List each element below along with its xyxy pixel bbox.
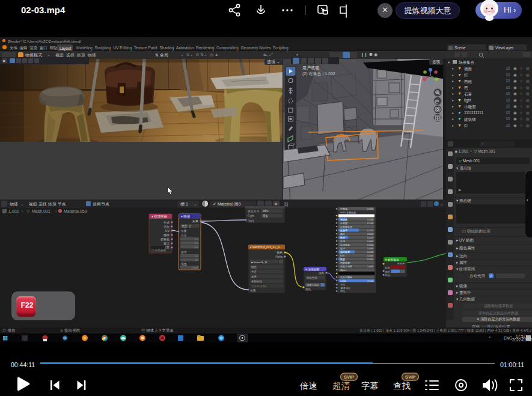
svg-text:▾ SWHHXM_Pint_V1_N...: ▾ SWHHXM_Pint_V1_N... xyxy=(250,246,282,249)
svg-text:0.0: 0.0 xyxy=(194,242,198,245)
svg-text:⌄: ⌄ xyxy=(20,202,24,206)
svg-text:▾ 材质输出: ▾ 材质输出 xyxy=(385,258,399,262)
svg-text:1.000: 1.000 xyxy=(367,279,374,282)
svg-text:生成: 生成 xyxy=(164,221,170,224)
svg-text:矢量: 矢量 xyxy=(250,289,256,292)
svg-text:▾ 纹理坐标: ▾ 纹理坐标 xyxy=(151,215,168,219)
svg-text:1.450: 1.450 xyxy=(367,254,374,257)
svg-text:法向: 法向 xyxy=(248,219,254,222)
svg-text:物体: 物体 xyxy=(164,233,170,237)
svg-text:光泽染色: 光泽染色 xyxy=(340,243,350,246)
svg-text:法向: 法向 xyxy=(340,283,345,286)
svg-text:Mesh.001: Mesh.001 xyxy=(32,209,50,213)
svg-text:(2) 对集合 | 1.002: (2) 对集合 | 1.002 xyxy=(302,72,335,76)
svg-text:0.500: 0.500 xyxy=(367,233,374,236)
svg-text:基础色: 基础色 xyxy=(340,218,347,221)
svg-text:0.425: 0.425 xyxy=(367,236,374,239)
svg-text:1.002: 1.002 xyxy=(8,209,19,213)
svg-text:▢ 从实例器: ▢ 从实例器 xyxy=(151,248,166,252)
svg-text:0.425: 0.425 xyxy=(367,229,374,232)
svg-text:0.000: 0.000 xyxy=(367,240,374,243)
svg-text:切向: 切向 xyxy=(340,290,345,293)
svg-text:摄像机: 摄像机 xyxy=(161,237,170,241)
svg-text:Alpha: Alpha xyxy=(340,269,347,272)
svg-text:0°: 0° xyxy=(195,258,198,261)
svg-text:0°: 0° xyxy=(195,255,198,258)
svg-text:用户透视: 用户透视 xyxy=(302,65,319,70)
svg-text:查找: 查找 xyxy=(393,381,411,391)
svg-text:透射: 透射 xyxy=(340,258,345,261)
svg-text:清漆: 清漆 xyxy=(340,247,345,250)
svg-text:平直: 平直 xyxy=(251,270,257,273)
svg-text:0.000: 0.000 xyxy=(367,258,374,261)
svg-text:使用节点: 使用节点 xyxy=(93,202,109,207)
svg-text:倍速: 倍速 xyxy=(299,381,317,391)
svg-text:0.000: 0.000 xyxy=(367,207,374,210)
svg-text:字幕: 字幕 xyxy=(361,381,379,391)
svg-text:SVIP: SVIP xyxy=(405,374,415,380)
svg-text:⌄: ⌄ xyxy=(440,202,444,206)
svg-text:线性: 线性 xyxy=(251,266,257,269)
svg-text:光泽: 光泽 xyxy=(340,240,345,243)
svg-text:2.000: 2.000 xyxy=(192,266,198,269)
svg-text:颜色: 颜色 xyxy=(277,251,283,254)
svg-text:1.000: 1.000 xyxy=(340,279,347,282)
svg-text:UV: UV xyxy=(165,229,170,233)
svg-text:重复: 重复 xyxy=(263,214,269,218)
svg-text:颜色: 颜色 xyxy=(305,288,311,291)
svg-text:0.100: 0.100 xyxy=(367,222,374,225)
svg-text:子面类: 子面类 xyxy=(340,207,347,210)
svg-text:IOR: IOR xyxy=(340,254,344,257)
svg-text:⌃: ⌃ xyxy=(488,336,491,340)
svg-text:0.0: 0.0 xyxy=(194,246,198,249)
svg-text:类型: 点: 类型: 点 xyxy=(182,224,192,228)
svg-text:ViewLayer: ViewLayer xyxy=(495,46,514,50)
svg-text:▾ 映射: ▾ 映射 xyxy=(181,215,191,218)
svg-text:MP4: MP4 xyxy=(263,210,269,213)
svg-text:✕: ✕ xyxy=(274,202,278,206)
svg-text:0.500: 0.500 xyxy=(367,243,374,246)
svg-text:强度 1.000: 强度 1.000 xyxy=(307,284,319,287)
svg-text:Alpha: Alpha xyxy=(275,255,283,258)
svg-text:物体: 物体 xyxy=(10,202,18,207)
svg-text:Scene: Scene xyxy=(454,46,466,50)
svg-text:表面: 表面 xyxy=(385,266,390,269)
svg-text:矢量: 矢量 xyxy=(181,230,187,233)
svg-text:Fight: Fight xyxy=(248,215,254,218)
svg-text:位置: 位置 xyxy=(180,234,187,237)
svg-text:次表面半径: 次表面半径 xyxy=(340,225,352,228)
svg-text:缩放: 缩放 xyxy=(181,262,187,266)
svg-text:0.030: 0.030 xyxy=(367,251,374,254)
svg-text:▽: ▽ xyxy=(26,209,30,213)
svg-text:金属度: 金属度 xyxy=(340,229,347,232)
svg-text:清漆糙度: 清漆糙度 xyxy=(340,251,350,254)
svg-text:ENG: ENG xyxy=(504,336,512,340)
svg-text:体积: 体积 xyxy=(385,270,390,273)
svg-text:次表面: 次表面 xyxy=(340,222,347,225)
svg-text:自发光(发光): 自发光(发光) xyxy=(251,285,266,288)
svg-text:槽 1: 槽 1 xyxy=(180,202,188,207)
svg-text:⌄: ⌄ xyxy=(194,202,197,206)
svg-text:重复: 重复 xyxy=(251,275,257,278)
svg-text:透射糙度: 透射糙度 xyxy=(340,261,350,264)
svg-text:■ Seam1b_N..: ■ Seam1b_N.. xyxy=(251,261,268,264)
svg-text:置换: 置换 xyxy=(385,274,390,277)
svg-text:✓ Material.059: ✓ Material.059 xyxy=(213,202,240,206)
svg-text:BSDF: BSDF xyxy=(397,262,405,265)
svg-text:0.0: 0.0 xyxy=(194,238,198,241)
svg-text:场景集合: 场景集合 xyxy=(458,60,475,65)
svg-text:拼合方式: 拼合方式 xyxy=(248,209,259,213)
svg-text:自发光强度: 自发光强度 xyxy=(340,265,352,268)
svg-text:矢量: 矢量 xyxy=(192,219,198,223)
svg-text:超清: 超清 xyxy=(332,381,350,391)
svg-text:糙度: 糙度 xyxy=(340,236,345,239)
svg-text:1.536: 1.536 xyxy=(367,218,374,221)
svg-text:清漆法向: 清漆法向 xyxy=(340,287,350,290)
svg-text:自发光颜色: 自发光颜色 xyxy=(340,276,352,279)
svg-text:视图 选择 添加 节点: 视图 选择 添加 节点 xyxy=(29,202,66,207)
svg-text:SVIP: SVIP xyxy=(344,374,354,380)
svg-text:0.000: 0.000 xyxy=(367,247,374,250)
svg-text:法向: 法向 xyxy=(164,225,170,229)
svg-text:1.000: 1.000 xyxy=(367,265,374,268)
svg-text:高光: 高光 xyxy=(340,233,345,236)
